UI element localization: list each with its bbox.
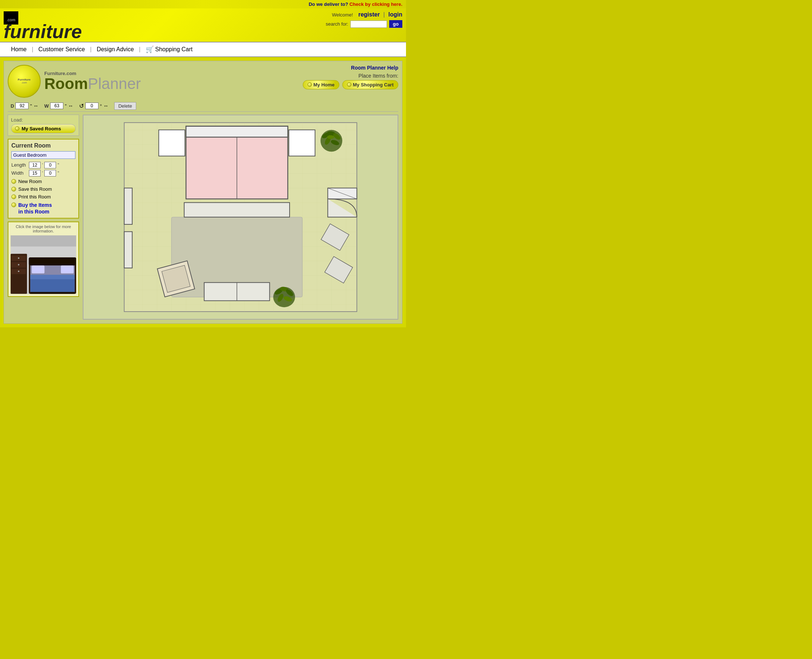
load-btn-bullet (15, 126, 19, 131)
planner-header: Furniture .com Furniture.com RoomPlanner… (8, 65, 398, 98)
place-items-buttons: My Home My Shopping Cart (303, 80, 398, 89)
width-ft-input[interactable] (29, 170, 41, 177)
info-box: Click the image below for more informati… (8, 221, 79, 297)
width-sep: ' (42, 170, 43, 176)
width-label: Width (11, 170, 27, 176)
r-unit: ° (100, 103, 102, 109)
my-home-label: My Home (314, 82, 334, 88)
nav-customer-service[interactable]: Customer Service (33, 46, 90, 53)
svg-rect-34 (124, 232, 132, 268)
length-row: Length ' " (11, 162, 76, 169)
controls-toolbar: D 92 " ↔ W 63 " ↔ ↺ 0 ° ↔ Delete (8, 101, 398, 112)
nav-separator: | (383, 11, 385, 17)
search-label: search for: (326, 21, 348, 27)
planner-body: Load: My Saved Rooms Current Room Length… (8, 115, 398, 320)
rotate-control: ↺ 0 ° ↔ (79, 102, 108, 109)
current-room-title: Current Room (11, 142, 76, 149)
nav-home[interactable]: Home (6, 46, 32, 53)
search-input[interactable] (350, 20, 387, 28)
save-room-action[interactable]: Save this Room (11, 186, 76, 192)
planner-container: Furniture .com Furniture.com RoomPlanner… (4, 61, 402, 324)
w-label: W (44, 103, 49, 109)
svg-rect-22 (159, 130, 185, 156)
logo-text: furniture (4, 23, 82, 40)
cart-icon: 🛒 (146, 46, 154, 54)
d-unit: " (30, 103, 32, 109)
width-in-input[interactable] (44, 170, 56, 177)
width-inch: " (57, 170, 59, 176)
header: .com furniture Welcome! register | login… (0, 8, 406, 42)
room-planner-help-link[interactable]: Room Planner Help (303, 65, 398, 71)
w-unit: " (65, 103, 67, 109)
svg-rect-33 (124, 188, 132, 224)
plant-top-right (320, 130, 342, 152)
buy-items-bullet (11, 202, 16, 207)
welcome-row: Welcome! register | login (326, 11, 402, 18)
svg-point-30 (327, 135, 334, 139)
print-room-action[interactable]: Print this Room (11, 194, 76, 200)
bed-preview[interactable] (11, 235, 76, 294)
new-room-bullet (11, 179, 16, 184)
print-room-label: Print this Room (18, 194, 51, 200)
planner-title-room: Room (44, 75, 88, 92)
buy-items-action[interactable]: Buy the Itemsin this Room (11, 202, 76, 215)
r-input[interactable]: 0 (85, 102, 98, 109)
d-input[interactable]: 92 (16, 102, 28, 109)
planner-logo: Furniture .com Furniture.com RoomPlanner (8, 65, 141, 98)
logo-main: furniture (4, 21, 82, 42)
go-button[interactable]: go (389, 20, 402, 28)
bottom-strip (0, 327, 406, 342)
d-arrow: ↔ (33, 103, 38, 109)
floor-plan-svg (84, 115, 397, 319)
current-room-box: Current Room Length ' " Width ' (8, 139, 79, 219)
place-items-label: Place Items from: (303, 73, 398, 79)
planner-title-area: Furniture.com RoomPlanner (44, 71, 141, 91)
svg-rect-15 (30, 275, 75, 279)
svg-rect-13 (61, 265, 74, 273)
load-saved-rooms-button[interactable]: My Saved Rooms (11, 124, 76, 133)
my-home-button[interactable]: My Home (303, 80, 339, 89)
width-control: W 63 " ↔ (44, 102, 73, 109)
nav-bar: Home | Customer Service | Design Advice … (0, 42, 406, 57)
svg-rect-11 (29, 257, 76, 265)
width-row: Width ' " (11, 170, 76, 177)
delivery-check-link[interactable]: Check by clicking here. (349, 2, 402, 7)
svg-point-6 (18, 257, 19, 259)
canvas-area[interactable] (83, 115, 398, 320)
rotate-icon: ↺ (79, 102, 84, 109)
my-cart-button[interactable]: My Shopping Cart (342, 80, 398, 89)
r-arrow: ↔ (103, 103, 108, 109)
delivery-bar: Do we deliver to? Check by clicking here… (0, 0, 406, 8)
register-link[interactable]: register (358, 11, 380, 17)
svg-point-7 (18, 264, 19, 265)
d-label: D (11, 103, 14, 109)
save-room-bullet (11, 187, 16, 191)
load-btn-label: My Saved Rooms (22, 126, 61, 131)
delete-button[interactable]: Delete (114, 102, 136, 110)
svg-rect-23 (289, 130, 315, 156)
w-arrow: ↔ (68, 103, 73, 109)
svg-rect-12 (32, 265, 45, 273)
my-cart-bullet (347, 82, 352, 87)
room-name-input[interactable] (11, 151, 76, 159)
new-room-label: New Room (18, 179, 42, 184)
left-panel: Load: My Saved Rooms Current Room Length… (8, 115, 79, 320)
length-in-input[interactable] (44, 162, 56, 169)
length-label: Length (11, 162, 27, 168)
nav-design-advice[interactable]: Design Advice (91, 46, 139, 53)
header-right: Welcome! register | login search for: go (326, 11, 402, 28)
search-row: search for: go (326, 20, 402, 28)
my-home-bullet (307, 82, 312, 87)
my-cart-label: My Shopping Cart (353, 82, 394, 88)
planner-title-planner: Planner (88, 75, 141, 92)
svg-rect-36 (184, 202, 290, 217)
save-room-label: Save this Room (18, 186, 52, 192)
nav-shopping-cart[interactable]: 🛒 Shopping Cart (140, 46, 198, 54)
info-box-title: Click the image below for more informati… (11, 224, 76, 233)
w-input[interactable]: 63 (50, 102, 63, 109)
planner-title: RoomPlanner (44, 76, 141, 91)
login-link[interactable]: login (388, 11, 402, 17)
welcome-text: Welcome! (332, 12, 353, 17)
length-ft-input[interactable] (29, 162, 41, 169)
new-room-action[interactable]: New Room (11, 179, 76, 184)
